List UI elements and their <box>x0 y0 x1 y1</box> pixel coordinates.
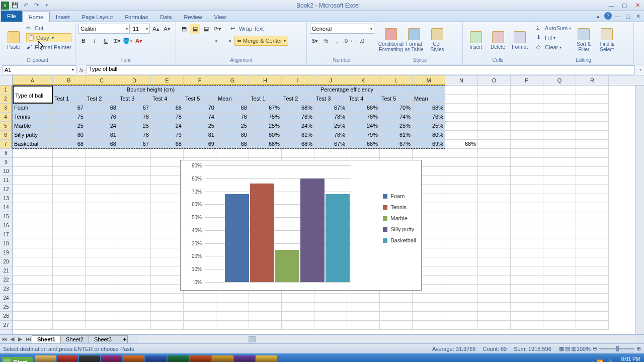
cell[interactable] <box>478 285 511 294</box>
cell[interactable] <box>118 294 151 303</box>
sheet-nav-next-icon[interactable]: ▶ <box>16 336 24 342</box>
close-button[interactable]: ✕ <box>631 1 644 10</box>
cell[interactable] <box>478 95 511 104</box>
cell[interactable] <box>543 113 576 122</box>
cell[interactable]: Test 3 <box>314 95 347 104</box>
cell[interactable] <box>478 203 511 212</box>
dec-decimal-icon[interactable]: ←.0 <box>354 36 364 46</box>
format-painter-button[interactable]: 🖌Format Painter <box>26 43 71 52</box>
taskbar-app-5[interactable] <box>145 355 167 363</box>
cell[interactable] <box>86 221 118 230</box>
cell[interactable]: 25 <box>184 122 216 131</box>
comma-icon[interactable]: , <box>332 36 342 46</box>
cell[interactable]: 25% <box>314 122 347 131</box>
cell[interactable] <box>576 257 609 266</box>
cell[interactable] <box>53 167 86 176</box>
cell[interactable] <box>413 294 445 303</box>
sheet-tab-2[interactable]: Sheet2 <box>60 335 89 343</box>
cell[interactable] <box>445 122 478 131</box>
cell[interactable]: 25 <box>118 122 151 131</box>
row-header-18[interactable]: 18 <box>0 239 12 248</box>
cell[interactable] <box>478 239 511 248</box>
cell[interactable] <box>13 294 53 303</box>
cell[interactable] <box>511 203 543 212</box>
cell[interactable] <box>53 285 86 294</box>
row-header-26[interactable]: 26 <box>0 312 12 321</box>
cell[interactable]: 25% <box>413 122 445 131</box>
cell[interactable] <box>118 248 151 257</box>
cell[interactable] <box>13 158 53 167</box>
cell[interactable] <box>151 203 184 212</box>
row-header-16[interactable]: 16 <box>0 221 12 230</box>
cell[interactable]: 78 <box>118 113 151 122</box>
cell[interactable] <box>478 221 511 230</box>
cell[interactable] <box>511 140 543 149</box>
cell[interactable] <box>151 239 184 248</box>
font-size-combo[interactable]: 11▾ <box>131 24 150 34</box>
cell[interactable] <box>543 95 576 104</box>
taskbar-app-4[interactable] <box>123 355 144 363</box>
cell[interactable] <box>53 158 86 167</box>
column-header-G[interactable]: G <box>216 75 249 85</box>
help-icon[interactable]: ? <box>604 12 612 20</box>
cell[interactable] <box>216 294 249 303</box>
cell[interactable] <box>543 312 576 321</box>
cell[interactable] <box>445 276 478 285</box>
cell[interactable] <box>151 312 184 321</box>
row-header-6[interactable]: 6 <box>0 131 12 140</box>
cell[interactable] <box>53 149 86 158</box>
align-top-icon[interactable]: ⬒ <box>179 24 189 34</box>
cell[interactable] <box>445 294 478 303</box>
cell[interactable] <box>347 312 380 321</box>
cell[interactable] <box>478 212 511 221</box>
cell[interactable] <box>576 95 609 104</box>
taskbar-app-8[interactable] <box>212 355 233 363</box>
cell[interactable]: 25% <box>249 122 282 131</box>
cell[interactable] <box>576 303 609 312</box>
cell[interactable] <box>543 294 576 303</box>
cell[interactable] <box>53 276 86 285</box>
cell[interactable]: Marble <box>13 122 53 131</box>
cell[interactable] <box>478 230 511 239</box>
cell[interactable] <box>53 248 86 257</box>
system-clock[interactable]: 8:01 PM 10/21/2012 <box>615 356 640 363</box>
cell[interactable]: 76% <box>282 113 314 122</box>
redo-icon[interactable]: ↷ <box>32 1 41 10</box>
cell[interactable] <box>53 239 86 248</box>
cell-styles-button[interactable]: Cell Styles <box>427 24 448 57</box>
column-header-M[interactable]: M <box>413 75 445 85</box>
cell[interactable] <box>576 131 609 140</box>
cell[interactable] <box>445 239 478 248</box>
cell[interactable] <box>543 248 576 257</box>
row-header-10[interactable]: 10 <box>0 167 12 176</box>
qat-more-icon[interactable]: ▾ <box>42 1 51 10</box>
cell[interactable] <box>543 122 576 131</box>
font-color-button[interactable]: A▾ <box>134 36 144 46</box>
sheet-nav-first-icon[interactable]: ⏮ <box>0 336 8 342</box>
cell[interactable] <box>543 321 576 330</box>
cell[interactable]: Mean <box>413 95 445 104</box>
tray-arrow-icon[interactable]: ▴ <box>591 359 594 362</box>
cell[interactable] <box>478 303 511 312</box>
cell[interactable] <box>543 285 576 294</box>
cell[interactable] <box>249 303 282 312</box>
row-header-27[interactable]: 27 <box>0 321 12 330</box>
cell[interactable]: 78% <box>314 113 347 122</box>
cell[interactable] <box>13 248 53 257</box>
cell[interactable] <box>445 131 478 140</box>
cell[interactable] <box>576 230 609 239</box>
row-header-9[interactable]: 9 <box>0 158 12 167</box>
cell[interactable] <box>118 194 151 203</box>
cell[interactable] <box>543 176 576 185</box>
cell[interactable] <box>118 158 151 167</box>
cell[interactable]: 69% <box>413 140 445 149</box>
cell[interactable]: 67 <box>53 104 86 113</box>
row-header-3[interactable]: 3 <box>0 104 12 113</box>
cell[interactable] <box>53 194 86 203</box>
row-header-12[interactable]: 12 <box>0 185 12 194</box>
cell[interactable] <box>511 257 543 266</box>
cell[interactable] <box>576 285 609 294</box>
cell[interactable] <box>86 239 118 248</box>
cell[interactable] <box>184 321 216 330</box>
cell[interactable] <box>13 167 53 176</box>
